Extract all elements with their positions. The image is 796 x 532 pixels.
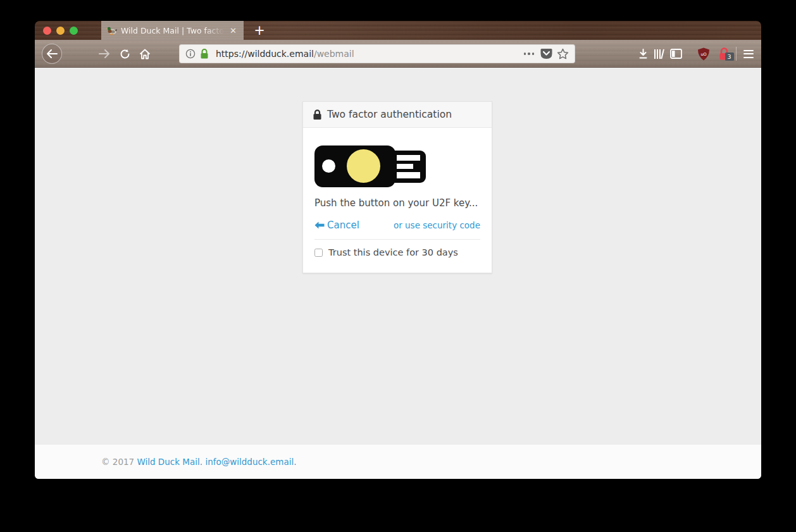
home-button[interactable] xyxy=(134,40,156,68)
u2f-usb-connector xyxy=(394,151,426,183)
url-text: https://wildduck.email/webmail xyxy=(216,49,354,59)
close-window-button[interactable] xyxy=(43,27,51,35)
tab-close-icon[interactable]: ✕ xyxy=(228,25,238,36)
red-lock-icon: 3 xyxy=(718,47,731,61)
bookmark-star-icon[interactable] xyxy=(557,48,569,59)
navigation-toolbar: https://wildduck.email/webmail xyxy=(35,40,761,68)
zoom-window-button[interactable] xyxy=(70,27,78,35)
u2f-key-hole xyxy=(322,159,335,173)
back-button[interactable] xyxy=(38,40,66,68)
secure-lock-icon[interactable] xyxy=(200,49,209,59)
email-link[interactable]: info@wildduck.email. xyxy=(205,457,296,467)
menu-button[interactable] xyxy=(740,40,757,68)
lock-icon xyxy=(313,109,322,120)
home-icon xyxy=(139,49,151,59)
menu-icon xyxy=(743,50,754,51)
back-icon xyxy=(42,44,62,64)
u2f-key-button xyxy=(347,149,380,183)
library-icon xyxy=(654,49,665,59)
browser-window: Wild Duck Mail | Two factor aut ✕ + xyxy=(35,21,761,479)
ublock-label: uO xyxy=(700,51,706,56)
page-actions-icon[interactable] xyxy=(522,53,537,55)
tab-strip: Wild Duck Mail | Two factor aut ✕ + xyxy=(35,21,761,40)
page-footer: © 2017 Wild Duck Mail. info@wildduck.ema… xyxy=(35,445,761,479)
sidebar-button[interactable] xyxy=(666,40,685,68)
ublock-extension-button[interactable]: uO xyxy=(694,40,713,68)
cancel-link[interactable]: Cancel xyxy=(314,220,359,231)
sidebar-icon xyxy=(670,49,682,59)
duck-favicon-icon xyxy=(106,26,117,35)
card-body: Push the button on your U2F key... Cance… xyxy=(303,128,492,273)
new-tab-button[interactable]: + xyxy=(250,21,269,40)
links-row: Cancel or use security code xyxy=(314,220,480,231)
macos-window-controls xyxy=(43,27,78,35)
lock-extension-button[interactable]: 3 xyxy=(714,40,733,68)
security-code-link[interactable]: or use security code xyxy=(394,220,480,230)
reload-button[interactable] xyxy=(114,40,135,68)
active-tab[interactable]: Wild Duck Mail | Two factor aut ✕ xyxy=(101,21,244,40)
ublock-shield-icon: uO xyxy=(697,47,710,61)
card-divider xyxy=(314,239,480,240)
page-content: Two factor authentication Push the butto… xyxy=(35,68,761,479)
url-host: https://wildduck.email xyxy=(216,49,314,59)
site-link[interactable]: Wild Duck Mail. xyxy=(137,457,202,467)
extension-badge: 3 xyxy=(725,53,734,61)
screenshot-stage: Wild Duck Mail | Two factor aut ✕ + xyxy=(0,0,796,532)
push-key-message: Push the button on your U2F key... xyxy=(314,197,480,209)
download-icon xyxy=(638,49,649,59)
footer-text: © 2017 Wild Duck Mail. info@wildduck.ema… xyxy=(101,457,297,467)
card-header: Two factor authentication xyxy=(303,102,492,128)
left-arrow-icon xyxy=(314,221,325,229)
u2f-key-image xyxy=(314,144,426,189)
url-path: /webmail xyxy=(314,49,354,59)
pocket-icon[interactable] xyxy=(540,48,552,59)
info-icon[interactable] xyxy=(185,49,196,59)
forward-button[interactable] xyxy=(94,40,115,68)
trust-checkbox-label: Trust this device for 30 days xyxy=(328,247,458,257)
card-title: Two factor authentication xyxy=(327,109,452,120)
trust-device-row: Trust this device for 30 days xyxy=(314,247,480,257)
address-bar[interactable]: https://wildduck.email/webmail xyxy=(179,44,575,63)
tab-title: Wild Duck Mail | Two factor aut xyxy=(121,26,228,35)
cancel-label: Cancel xyxy=(327,220,359,231)
reload-icon xyxy=(120,49,130,59)
trust-checkbox[interactable] xyxy=(314,249,323,257)
toolbar-separator xyxy=(736,47,737,61)
two-factor-card: Two factor authentication Push the butto… xyxy=(302,101,492,273)
forward-icon xyxy=(99,49,110,58)
minimize-window-button[interactable] xyxy=(56,27,65,35)
copyright-text: © 2017 xyxy=(101,457,134,467)
